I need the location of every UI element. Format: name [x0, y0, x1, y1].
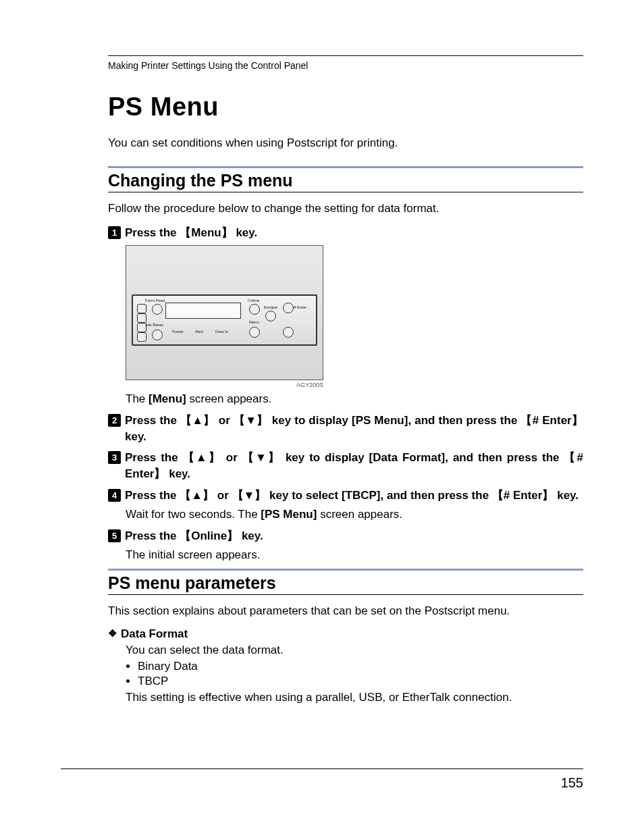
label-data-in: Data In — [215, 330, 228, 334]
param-note: This setting is effective when using a p… — [126, 691, 583, 704]
list-item: Binary Data — [138, 660, 583, 673]
menu-button — [249, 327, 260, 338]
online-button — [249, 304, 260, 315]
section-rule — [108, 166, 583, 168]
label-alert: Alert — [195, 330, 203, 334]
step-number-icon: 3 — [108, 451, 121, 464]
param-desc: You can select the data format. — [126, 644, 583, 657]
step-2-text: Press the 【▲】 or 【▼】 key to display [PS … — [125, 413, 583, 445]
param-data-format-head: ❖Data Format — [108, 627, 583, 641]
section-heading-params: PS menu parameters — [108, 573, 583, 595]
down-arrow-icon: ▼ — [244, 488, 255, 504]
running-head: Making Printer Settings Using the Contro… — [108, 60, 583, 72]
control-panel-figure: Form Feed Job Reset Power Alert Data In … — [126, 245, 323, 380]
step-2: 2 Press the 【▲】 or 【▼】 key to display [P… — [108, 413, 583, 445]
indicator-1 — [137, 304, 146, 313]
up-arrow-icon: ▲ — [191, 488, 203, 504]
step-number-icon: 4 — [108, 489, 121, 502]
param-options: Binary Data TBCP — [138, 660, 583, 688]
content-area: PS Menu You can set conditions when usin… — [108, 93, 583, 704]
step-3-text: Press the 【▲】 or 【▼】 key to display [Dat… — [125, 450, 583, 482]
form-feed-button — [152, 304, 163, 315]
param-data-format-body: You can select the data format. Binary D… — [126, 644, 583, 704]
step-1-text: Press the 【Menu】 key. — [125, 225, 257, 241]
down-button — [283, 327, 294, 338]
step-4-sub: Wait for two seconds. The [PS Menu] scre… — [126, 508, 583, 521]
job-reset-button — [152, 330, 163, 340]
step-5: 5 Press the 【Online】 key. — [108, 528, 583, 544]
section1-lead: Follow the procedure below to change the… — [108, 202, 583, 215]
step-number-icon: 2 — [108, 414, 121, 427]
header-rule: Making Printer Settings Using the Contro… — [108, 55, 583, 72]
lcd-screen — [165, 303, 241, 319]
page-number: 155 — [561, 775, 583, 791]
step-5-sub: The initial screen appears. — [126, 548, 583, 562]
label-escape: Escape — [264, 305, 277, 309]
intro-text: You can set conditions when using Postsc… — [108, 136, 583, 150]
up-arrow-icon: ▲ — [192, 413, 203, 429]
panel: Form Feed Job Reset Power Alert Data In … — [132, 294, 317, 346]
diamond-icon: ❖ — [108, 627, 117, 640]
step-3: 3 Press the 【▲】 or 【▼】 key to display [D… — [108, 450, 583, 482]
step-number-icon: 5 — [108, 529, 121, 542]
label-power: Power — [172, 330, 184, 334]
step-4: 4 Press the 【▲】 or 【▼】 key to select [TB… — [108, 488, 583, 504]
figure-code: AGY200S — [126, 382, 323, 388]
list-item: TBCP — [138, 675, 583, 688]
down-arrow-icon: ▼ — [255, 450, 267, 466]
up-button — [283, 303, 294, 313]
label-menu: Menu — [249, 320, 259, 324]
indicator-4 — [137, 332, 146, 342]
escape-button — [265, 311, 276, 321]
page-title: PS Menu — [108, 93, 583, 122]
label-online: Online — [248, 298, 259, 303]
label-job-reset: Job Reset — [145, 323, 163, 327]
up-arrow-icon: ▲ — [196, 450, 207, 466]
section-rule — [108, 569, 583, 571]
indicator-2 — [137, 313, 146, 323]
page: Making Printer Settings Using the Contro… — [0, 0, 644, 834]
section-heading-changing: Changing the PS menu — [108, 171, 583, 192]
step-1-sub: The [Menu] screen appears. — [126, 392, 583, 406]
step-4-text: Press the 【▲】 or 【▼】 key to select [TBCP… — [125, 488, 579, 504]
step-1: 1 Press the 【Menu】 key. — [108, 225, 583, 241]
step-number-icon: 1 — [108, 226, 121, 239]
step-5-text: Press the 【Online】 key. — [125, 528, 263, 544]
label-form-feed: Form Feed — [145, 298, 165, 303]
label-enter: # Enter — [294, 305, 306, 309]
footer-rule — [61, 768, 583, 769]
down-arrow-icon: ▼ — [245, 413, 257, 429]
figure-wrap: Form Feed Job Reset Power Alert Data In … — [126, 245, 583, 388]
section2-lead: This section explains about parameters t… — [108, 604, 583, 618]
